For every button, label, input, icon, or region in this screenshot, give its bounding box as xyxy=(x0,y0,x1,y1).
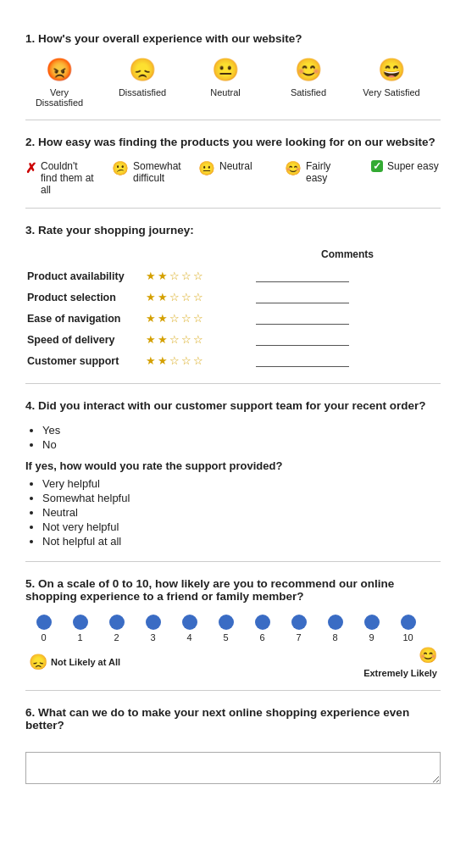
q1-option-2[interactable]: 😐Neutral xyxy=(191,57,259,97)
q2-option-3[interactable]: 😊Fairly easy xyxy=(285,160,354,184)
q3-stars-4[interactable]: ★★☆☆☆ xyxy=(144,350,254,371)
q3-comment-4[interactable] xyxy=(254,350,441,371)
q4-yes-no: YesNo xyxy=(25,424,441,451)
q6-title: 6. What can we do to make your next onli… xyxy=(25,706,441,732)
q2-option-0[interactable]: ✗Couldn't find them at all xyxy=(25,160,95,196)
scale-num-7: 7 xyxy=(296,632,301,643)
q2-inner-3: 😊Fairly easy xyxy=(285,160,354,184)
scale-num-3: 3 xyxy=(150,632,155,643)
scale-item-2[interactable]: 2 xyxy=(98,615,135,643)
q5-section: 5. On a scale of 0 to 10, how likely are… xyxy=(25,562,441,691)
q3-title: 3. Rate your shopping journey: xyxy=(25,224,441,236)
q4-rating-0[interactable]: Very helpful xyxy=(42,477,441,490)
scale-dot-1 xyxy=(73,615,88,630)
scale-num-8: 8 xyxy=(332,632,337,643)
q2-option-2[interactable]: 😐Neutral xyxy=(198,160,268,176)
q2-inner-0: ✗Couldn't find them at all xyxy=(25,160,95,196)
emoji-face-3: 😊 xyxy=(295,57,322,83)
q4-rating-4[interactable]: Not helpful at all xyxy=(42,535,441,548)
q2-title: 2. How easy was finding the products you… xyxy=(25,136,441,148)
q1-option-0[interactable]: 😡Very Dissatisfied xyxy=(25,57,93,108)
q1-option-3[interactable]: 😊Satisfied xyxy=(275,57,342,97)
emoji-face-2: 😐 xyxy=(212,57,239,83)
scale-item-6[interactable]: 6 xyxy=(244,615,280,643)
q1-title: 1. How's your overall experience with ou… xyxy=(25,32,441,45)
q3-table: Comments Product availability ★★☆☆☆ Prod… xyxy=(25,248,441,371)
emoji-face-4: 😄 xyxy=(378,57,405,83)
comments-header: Comments xyxy=(254,248,441,265)
q2-label-4: Super easy xyxy=(387,160,439,172)
scale-num-6: 6 xyxy=(259,632,264,643)
q2-label-1: Somewhat difficult xyxy=(133,160,181,184)
scale-item-3[interactable]: 3 xyxy=(135,615,171,643)
q3-comment-3[interactable] xyxy=(254,329,441,350)
q4-yesno-1[interactable]: No xyxy=(42,438,441,451)
q6-section: 6. What can we do to make your next onli… xyxy=(25,691,441,798)
scale-item-10[interactable]: 10 xyxy=(390,615,426,643)
q4-followup: If yes, how would you rate the support p… xyxy=(25,459,441,472)
scale-item-9[interactable]: 9 xyxy=(353,615,390,643)
q3-row-1: Product selection ★★☆☆☆ xyxy=(25,287,441,308)
q2-section: 2. How easy was finding the products you… xyxy=(25,120,441,209)
q3-row-0: Product availability ★★☆☆☆ xyxy=(25,265,441,287)
q2-inner-1: 😕Somewhat difficult xyxy=(112,160,181,184)
q1-options: 😡Very Dissatisfied😞Dissatisfied😐Neutral😊… xyxy=(25,57,441,108)
scale-dot-8 xyxy=(328,615,343,630)
q1-section: 1. How's your overall experience with ou… xyxy=(25,17,441,120)
cross-icon: ✗ xyxy=(25,160,36,176)
scale-dot-5 xyxy=(219,615,234,630)
q3-stars-1[interactable]: ★★☆☆☆ xyxy=(144,287,254,308)
emoji-label-1: Dissatisfied xyxy=(119,87,166,97)
scale-dot-6 xyxy=(255,615,270,630)
q6-input[interactable] xyxy=(25,752,441,784)
scale-num-10: 10 xyxy=(402,632,413,643)
q3-stars-2[interactable]: ★★☆☆☆ xyxy=(144,308,254,329)
q3-stars-0[interactable]: ★★☆☆☆ xyxy=(144,265,254,287)
q2-label-0: Couldn't find them at all xyxy=(41,160,95,196)
q3-section: 3. Rate your shopping journey: Comments … xyxy=(25,209,441,384)
q2-label-2: Neutral xyxy=(219,160,252,172)
q2-options: ✗Couldn't find them at all😕Somewhat diff… xyxy=(25,160,441,196)
q4-rating-2[interactable]: Neutral xyxy=(42,506,441,519)
q5-title: 5. On a scale of 0 to 10, how likely are… xyxy=(25,577,441,603)
scale-item-4[interactable]: 4 xyxy=(171,615,208,643)
q1-option-4[interactable]: 😄Very Satisfied xyxy=(358,57,425,97)
scale-item-0[interactable]: 0 xyxy=(25,615,62,643)
q4-rating-1[interactable]: Somewhat helpful xyxy=(42,492,441,504)
scale-num-0: 0 xyxy=(41,632,46,643)
q2-option-4[interactable]: ✓Super easy xyxy=(371,160,441,172)
q4-rating-3[interactable]: Not very helpful xyxy=(42,520,441,533)
q3-row-label-1: Product selection xyxy=(25,287,144,308)
q3-comment-0[interactable] xyxy=(254,265,441,287)
scale-num-1: 1 xyxy=(77,632,82,643)
q4-section: 4. Did you interact with our customer su… xyxy=(25,384,441,562)
q5-right-label: 😊 Extremely Likely xyxy=(363,646,437,678)
q3-stars-3[interactable]: ★★☆☆☆ xyxy=(144,329,254,350)
not-likely-emoji: 😞 xyxy=(29,653,47,671)
check-green-icon: ✓ xyxy=(371,160,383,172)
q2-inner-4: ✓Super easy xyxy=(371,160,439,172)
q4-yesno-0[interactable]: Yes xyxy=(42,424,441,437)
scale-dot-7 xyxy=(291,615,307,630)
scale-item-8[interactable]: 8 xyxy=(317,615,353,643)
q5-left-label: 😞 Not Likely at All xyxy=(29,646,120,678)
q1-option-1[interactable]: 😞Dissatisfied xyxy=(108,57,176,97)
scale-item-7[interactable]: 7 xyxy=(280,615,317,643)
emoji-face-0: 😡 xyxy=(46,57,73,83)
scale-dot-4 xyxy=(182,615,197,630)
scale-dot-9 xyxy=(364,615,380,630)
q3-row-4: Customer support ★★☆☆☆ xyxy=(25,350,441,371)
scale-item-5[interactable]: 5 xyxy=(208,615,244,643)
q2-option-1[interactable]: 😕Somewhat difficult xyxy=(112,160,181,184)
sad-emoji: 😕 xyxy=(112,160,129,176)
q3-comment-2[interactable] xyxy=(254,308,441,329)
scale-item-1[interactable]: 1 xyxy=(62,615,98,643)
q3-row-label-0: Product availability xyxy=(25,265,144,287)
scale-num-5: 5 xyxy=(223,632,228,643)
emoji-label-2: Neutral xyxy=(210,87,240,97)
emoji-label-0: Very Dissatisfied xyxy=(25,87,93,108)
q3-comment-1[interactable] xyxy=(254,287,441,308)
scale-dot-10 xyxy=(401,615,416,630)
q5-scale[interactable]: 0 1 2 3 4 5 6 7 8 9 10 xyxy=(25,615,441,643)
q4-title: 4. Did you interact with our customer su… xyxy=(25,399,441,412)
